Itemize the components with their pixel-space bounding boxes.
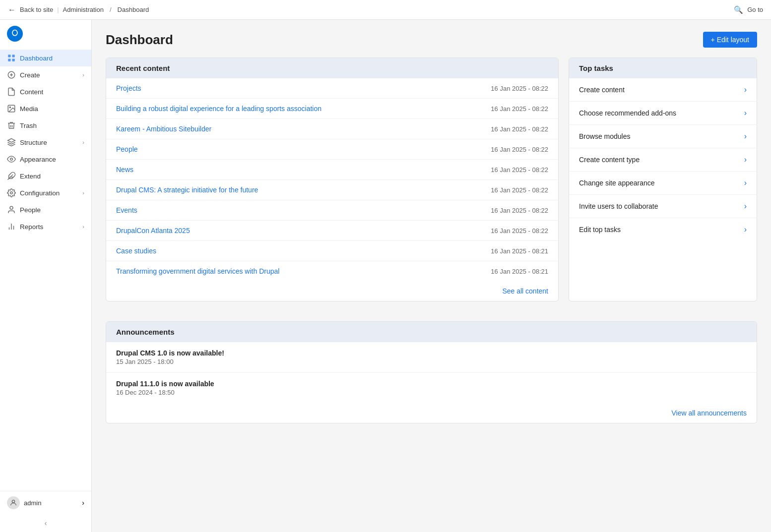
sidebar-appearance-label: Appearance [20,156,84,163]
person-icon [7,205,16,214]
svg-marker-9 [8,139,15,143]
content-link[interactable]: DrupalCon Atlanta 2025 [116,227,190,235]
announcements-card: Announcements Drupal CMS 1.0 is now avai… [106,321,757,423]
see-all-content-link[interactable]: See all content [502,287,548,295]
sidebar-collapse-button[interactable]: ‹ [0,514,91,532]
sidebar-item-people[interactable]: People [0,201,91,218]
page-header: Dashboard + Edit layout [106,32,757,48]
content-link[interactable]: Projects [116,84,141,92]
breadcrumb-current: Dashboard [118,6,149,13]
sidebar-trash-label: Trash [20,122,84,129]
back-to-site-link[interactable]: Back to site [20,6,53,13]
task-label: Browse modules [579,132,631,140]
topbar-right: 🔍 Go to [734,5,763,14]
sidebar-configuration-label: Configuration [20,189,78,197]
content-date: 16 Jan 2025 - 08:22 [491,186,548,194]
announcement-date: 15 Jan 2025 - 18:00 [116,358,747,365]
content-link[interactable]: News [116,166,133,174]
content-link[interactable]: People [116,145,138,153]
edit-layout-button[interactable]: + Edit layout [703,32,757,48]
chart-icon [7,222,16,231]
table-row: Case studies 16 Jan 2025 - 08:21 [106,241,558,261]
recent-content-card: Recent content Projects 16 Jan 2025 - 08… [106,58,559,301]
content-date: 16 Jan 2025 - 08:22 [491,105,548,113]
task-label: Create content [579,86,625,94]
svg-rect-2 [8,59,10,61]
chevron-left-icon: ‹ [45,519,47,527]
content-date: 16 Jan 2025 - 08:22 [491,85,548,92]
administration-link[interactable]: Administration [63,6,104,13]
content-link[interactable]: Drupal CMS: A strategic initiative for t… [116,186,258,194]
see-all-content: See all content [106,281,558,301]
sidebar-item-content[interactable]: Content [0,83,91,100]
task-chevron-icon: › [744,132,747,141]
user-chevron-icon: › [82,499,84,507]
table-row: Kareem - Ambitious Sitebuilder 16 Jan 20… [106,119,558,139]
sidebar-item-reports[interactable]: Reports › [0,218,91,235]
sidebar-content-label: Content [20,88,84,96]
task-item[interactable]: Invite users to collaborate › [569,195,757,218]
sidebar-structure-label: Structure [20,139,78,146]
content-list: Projects 16 Jan 2025 - 08:22 Building a … [106,78,558,281]
content-link[interactable]: Transforming government digital services… [116,267,279,275]
task-chevron-icon: › [744,225,747,234]
content-link[interactable]: Case studies [116,247,156,255]
task-item[interactable]: Create content › [569,78,757,102]
content-date: 16 Jan 2025 - 08:22 [491,146,548,153]
announcements-body: Drupal CMS 1.0 is now available! 15 Jan … [106,342,757,403]
list-item: Drupal 11.1.0 is now available 16 Dec 20… [106,373,757,403]
content-link[interactable]: Events [116,206,137,214]
content-link[interactable]: Kareem - Ambitious Sitebuilder [116,125,211,133]
svg-rect-0 [8,55,10,57]
breadcrumb-separator: / [110,6,112,13]
sidebar-item-create[interactable]: Create › [0,66,91,83]
eye-icon [7,155,16,164]
content-date: 16 Jan 2025 - 08:22 [491,207,548,214]
sidebar-item-structure[interactable]: Structure › [0,134,91,151]
svg-point-13 [10,192,13,194]
announcement-title: Drupal 11.1.0 is now available [116,380,747,388]
content-date: 16 Jan 2025 - 08:22 [491,227,548,235]
task-chevron-icon: › [744,109,747,118]
top-tasks-body: Create content › Choose recommended add-… [569,78,757,241]
task-chevron-icon: › [744,155,747,164]
task-label: Choose recommended add-ons [579,109,676,117]
layers-icon [7,138,16,147]
search-icon[interactable]: 🔍 [734,5,743,14]
view-all-announcements-link[interactable]: View all announcements [671,409,747,417]
gear-icon [7,188,16,197]
table-row: DrupalCon Atlanta 2025 16 Jan 2025 - 08:… [106,221,558,241]
task-item[interactable]: Change site appearance › [569,172,757,195]
sidebar-item-appearance[interactable]: Appearance [0,151,91,168]
top-tasks-header: Top tasks [569,58,757,78]
sidebar-media-label: Media [20,105,84,113]
plus-circle-icon [7,70,16,79]
sidebar-item-configuration[interactable]: Configuration › [0,184,91,201]
sidebar-item-trash[interactable]: Trash [0,117,91,134]
task-item[interactable]: Browse modules › [569,125,757,148]
task-label: Change site appearance [579,179,655,187]
sidebar-item-extend[interactable]: Extend [0,168,91,184]
task-item[interactable]: Create content type › [569,148,757,172]
sidebar-item-dashboard[interactable]: Dashboard [0,50,91,66]
file-icon [7,87,16,96]
drupal-logo[interactable] [7,26,23,42]
sidebar-item-media[interactable]: Media [0,100,91,117]
announcement-title: Drupal CMS 1.0 is now available! [116,349,747,357]
back-arrow-icon: ← [8,5,16,14]
svg-rect-1 [12,55,15,57]
goto-label: Go to [747,6,763,13]
recent-content-body: Projects 16 Jan 2025 - 08:22 Building a … [106,78,558,301]
table-row: People 16 Jan 2025 - 08:22 [106,139,558,160]
chevron-right-icon: › [82,72,84,78]
username-label: admin [24,499,78,507]
content-link[interactable]: Building a robust digital experience for… [116,105,321,113]
user-avatar [7,496,20,509]
task-item[interactable]: Edit top tasks › [569,218,757,241]
task-label: Invite users to collaborate [579,202,658,210]
sidebar-user[interactable]: admin › [0,491,91,514]
table-row: News 16 Jan 2025 - 08:22 [106,160,558,180]
task-item[interactable]: Choose recommended add-ons › [569,102,757,125]
puzzle-icon [7,172,16,180]
view-all-announcements: View all announcements [106,403,757,423]
